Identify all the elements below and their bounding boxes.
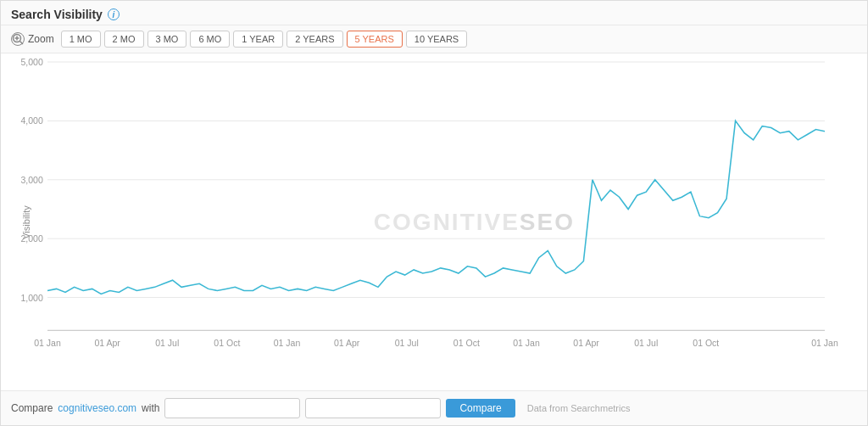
compare-label: Compare [11, 402, 53, 414]
svg-line-1 [20, 42, 24, 45]
with-label: with [142, 402, 159, 414]
chart-svg: 5,000 4,000 3,000 2,000 1,000 01 Jan 01 … [47, 62, 825, 356]
btn-2years[interactable]: 2 YEARS [287, 31, 342, 48]
zoom-icon [11, 32, 25, 46]
info-icon[interactable]: i [108, 8, 120, 20]
chart-inner: 5,000 4,000 3,000 2,000 1,000 01 Jan 01 … [47, 62, 825, 356]
header: Search Visibility i [1, 1, 867, 25]
svg-text:5,000: 5,000 [20, 58, 43, 67]
svg-text:01 Apr: 01 Apr [334, 339, 360, 348]
svg-text:01 Oct: 01 Oct [453, 339, 480, 348]
page-title: Search Visibility [11, 8, 103, 21]
svg-text:4,000: 4,000 [20, 117, 43, 126]
toolbar: Zoom 1 MO 2 MO 3 MO 6 MO 1 YEAR 2 YEARS … [1, 25, 867, 53]
svg-text:01 Oct: 01 Oct [693, 339, 719, 348]
btn-1year[interactable]: 1 YEAR [233, 31, 283, 48]
svg-text:01 Apr: 01 Apr [94, 339, 120, 348]
chart-area: Visibility COGNITIVESEO 5,000 4,000 3,00… [1, 53, 867, 390]
svg-text:1,000: 1,000 [20, 294, 43, 303]
data-source-label: Data from Searchmetrics [527, 403, 631, 413]
svg-text:01 Jul: 01 Jul [395, 339, 419, 348]
btn-1mo[interactable]: 1 MO [61, 31, 101, 48]
svg-text:01 Jan: 01 Jan [513, 339, 540, 348]
main-container: Search Visibility i Zoom 1 MO 2 MO 3 MO … [0, 0, 868, 426]
svg-text:01 Jan: 01 Jan [811, 339, 838, 348]
compare-button[interactable]: Compare [446, 399, 515, 418]
compare-link[interactable]: cognitiveseo.com [58, 402, 136, 414]
svg-text:3,000: 3,000 [20, 176, 43, 185]
btn-10years[interactable]: 10 YEARS [406, 31, 467, 48]
svg-text:2,000: 2,000 [20, 234, 43, 244]
y-axis-label: Visibility [21, 205, 31, 239]
svg-text:01 Oct: 01 Oct [214, 339, 240, 348]
zoom-label: Zoom [11, 32, 54, 46]
svg-text:01 Jul: 01 Jul [155, 339, 179, 348]
svg-text:01 Apr: 01 Apr [573, 339, 599, 348]
btn-2mo[interactable]: 2 MO [104, 31, 144, 48]
compare-input-1[interactable] [164, 398, 300, 418]
btn-3mo[interactable]: 3 MO [147, 31, 187, 48]
svg-text:01 Jul: 01 Jul [634, 339, 658, 348]
svg-text:01 Jan: 01 Jan [274, 339, 301, 348]
footer: Compare cognitiveseo.com with Compare Da… [1, 390, 867, 425]
compare-input-2[interactable] [305, 398, 441, 418]
svg-text:01 Jan: 01 Jan [34, 339, 61, 348]
btn-6mo[interactable]: 6 MO [190, 31, 230, 48]
btn-5years[interactable]: 5 YEARS [347, 31, 403, 48]
